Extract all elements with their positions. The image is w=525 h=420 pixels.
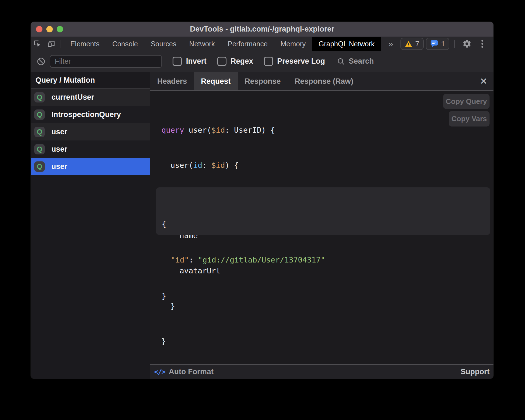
invert-checkbox-group: Invert [173,57,207,66]
search-button[interactable]: Search [337,57,374,66]
code-line: "id": "gid://gitlab/User/13704317" [162,254,490,266]
preserve-log-checkbox[interactable] [264,57,273,66]
window-title: DevTools - gitlab.com/-/graphql-explorer [190,25,334,34]
message-bubble-icon [430,40,438,48]
minimize-window-button[interactable] [46,26,53,32]
inspect-element-button[interactable] [31,37,44,51]
query-type-badge: Q [34,92,45,102]
tab-memory[interactable]: Memory [274,37,312,51]
preserve-log-label: Preserve Log [277,57,325,66]
settings-button[interactable] [460,39,474,49]
code-token: : [202,161,211,170]
gear-icon [462,39,472,49]
block-icon [37,57,46,66]
code-line: query user($id: UserID) { [161,124,275,136]
tab-request[interactable]: Request [194,72,238,90]
query-type-badge: Q [34,127,45,137]
filter-toolbar: Invert Regex Preserve Log Search [31,51,493,72]
code-token: } [161,337,166,345]
tab-response-raw[interactable]: Response (Raw) [288,72,360,90]
tab-graphql-network[interactable]: GraphQL Network [312,37,381,51]
kebab-dot [481,40,483,42]
tabbar-separator [61,40,61,48]
tab-performance[interactable]: Performance [221,37,274,51]
query-list-item[interactable]: Q user [31,123,150,140]
main-content: Query / Mutation Q currentUser Q Introsp… [31,72,493,379]
traffic-lights [36,22,63,37]
invert-label: Invert [186,57,207,66]
query-type-badge: Q [34,144,45,154]
tab-response[interactable]: Response [238,72,288,90]
regex-checkbox-group: Regex [217,57,253,66]
request-panel: query user($id: UserID) { user(id: $id) … [150,91,493,364]
code-token: } [162,292,166,300]
code-token: id [193,161,202,170]
code-line: } [162,290,490,302]
clear-button[interactable] [36,57,46,66]
more-options-button[interactable] [476,40,488,48]
copy-query-button[interactable]: Copy Query [443,94,490,109]
devtools-tabbar: Elements Console Sources Network Perform… [31,37,493,51]
code-token: : UserID) { [225,126,275,134]
tab-headers[interactable]: Headers [150,72,194,90]
devtools-window: DevTools - gitlab.com/-/graphql-explorer… [31,22,493,379]
close-detail-button[interactable]: ✕ [478,72,489,90]
query-name: user [51,128,67,136]
support-link[interactable]: Support [461,367,490,376]
query-list-item[interactable]: Q currentUser [31,89,150,106]
device-toolbar-button[interactable] [44,37,58,51]
code-token: user( [161,161,193,170]
filter-input[interactable] [50,55,162,68]
query-name: IntrospectionQuery [51,110,121,119]
query-variables-box: { "id": "gid://gitlab/User/13704317" } [156,187,490,235]
more-tabs-chevron[interactable]: » [381,37,400,51]
kebab-dot [481,46,483,48]
tab-console[interactable]: Console [106,37,144,51]
query-list-item[interactable]: Q IntrospectionQuery [31,106,150,123]
detail-pane: Headers Request Response Response (Raw) … [150,72,493,379]
invert-checkbox[interactable] [173,57,182,66]
code-token: $id [211,126,225,134]
tab-network[interactable]: Network [183,37,221,51]
copy-vars-button[interactable]: Copy Vars [449,111,490,127]
code-token: "gid://gitlab/User/13704317" [198,256,325,264]
query-type-badge: Q [34,109,45,120]
regex-label: Regex [231,57,253,66]
tab-sources[interactable]: Sources [144,37,183,51]
close-icon: ✕ [480,76,487,87]
warning-count: 7 [415,40,419,48]
issues-count: 1 [441,40,445,48]
code-token: ) { [225,161,239,170]
query-list-sidebar: Query / Mutation Q currentUser Q Introsp… [31,72,150,379]
warnings-badge[interactable]: 7 [400,38,423,50]
titlebar: DevTools - gitlab.com/-/graphql-explorer [31,22,493,37]
code-token: "id" [171,256,189,264]
badges-separator [454,40,455,48]
query-list-item[interactable]: Q user [31,140,150,158]
zoom-window-button[interactable] [57,26,63,32]
code-token [162,256,171,264]
close-window-button[interactable] [36,26,42,32]
code-token: $id [211,161,225,170]
search-icon [337,57,345,66]
tab-elements[interactable]: Elements [64,37,106,51]
query-name: user [51,145,67,154]
query-name: currentUser [51,93,94,102]
code-token: user( [184,126,211,134]
regex-checkbox[interactable] [217,57,226,66]
query-list-item-selected[interactable]: Q user [31,158,150,175]
search-label: Search [349,57,374,66]
device-toolbar-icon [47,40,55,48]
query-type-badge: Q [34,161,45,172]
issues-badge[interactable]: 1 [426,38,449,50]
code-token: query [161,126,184,134]
code-line: user(id: $id) { [161,159,275,171]
code-line: } [161,335,275,347]
detail-tabbar: Headers Request Response Response (Raw) … [150,72,493,91]
sidebar-header: Query / Mutation [31,72,150,89]
warning-triangle-icon [405,40,412,47]
inspect-cursor-icon [33,40,42,48]
status-badges: 7 1 [400,37,493,51]
preserve-log-checkbox-group: Preserve Log [264,57,325,66]
query-name: user [51,162,67,171]
